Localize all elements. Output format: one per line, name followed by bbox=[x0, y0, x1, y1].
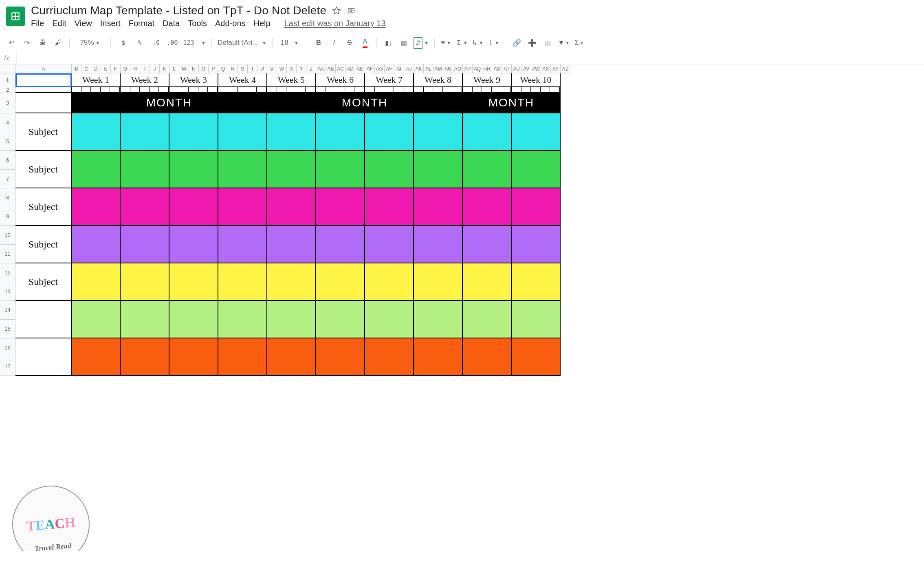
fill-color-button[interactable]: ◧ bbox=[383, 37, 394, 49]
col-header[interactable]: B bbox=[72, 64, 81, 73]
comment-button[interactable]: ➕ bbox=[526, 37, 538, 49]
col-header[interactable]: F bbox=[111, 64, 121, 73]
font-select[interactable]: Default (Ari...▼ bbox=[218, 37, 266, 49]
subject-cell[interactable] bbox=[463, 226, 512, 263]
menu-add-ons[interactable]: Add-ons bbox=[215, 19, 246, 28]
doc-title[interactable]: Curriuclum Map Template - Listed on TpT … bbox=[31, 4, 326, 17]
week-header[interactable]: Week 7 bbox=[365, 73, 414, 87]
subject-cell[interactable] bbox=[414, 263, 463, 301]
col-header[interactable]: G bbox=[121, 64, 130, 73]
col-header[interactable]: AA bbox=[316, 64, 326, 73]
col-header[interactable]: P bbox=[209, 64, 218, 73]
menu-help[interactable]: Help bbox=[254, 19, 271, 28]
subject-label-cell[interactable] bbox=[15, 301, 72, 338]
row-header[interactable]: 3 bbox=[0, 93, 15, 113]
chart-button[interactable]: ▥ bbox=[542, 37, 553, 49]
numfmt-123[interactable]: 123 bbox=[182, 37, 196, 49]
subject-cell[interactable] bbox=[72, 151, 121, 188]
col-header[interactable]: AV bbox=[521, 64, 531, 73]
subject-cell[interactable] bbox=[121, 301, 169, 338]
menu-edit[interactable]: Edit bbox=[52, 19, 66, 28]
numfmt-00[interactable]: .00 bbox=[165, 37, 179, 49]
day-tick-group[interactable] bbox=[121, 87, 169, 93]
subject-cell[interactable] bbox=[365, 188, 414, 226]
row-header[interactable]: 13 bbox=[0, 282, 15, 301]
month-header[interactable]: MONTH bbox=[72, 93, 267, 113]
subject-cell[interactable] bbox=[414, 113, 463, 151]
subject-cell[interactable] bbox=[316, 113, 365, 151]
numfmt-[interactable]: $ bbox=[117, 37, 130, 49]
week-header[interactable]: Week 9 bbox=[463, 73, 512, 87]
borders-button[interactable]: ▦ bbox=[398, 37, 409, 49]
col-header[interactable]: AM bbox=[433, 64, 443, 73]
subject-cell[interactable] bbox=[316, 301, 365, 338]
subject-cell[interactable] bbox=[267, 301, 316, 338]
subject-cell[interactable] bbox=[316, 151, 365, 188]
numfmt-[interactable]: % bbox=[133, 37, 147, 49]
row-header[interactable]: 1 bbox=[0, 73, 15, 87]
subject-cell[interactable] bbox=[218, 188, 267, 226]
subject-cell[interactable] bbox=[72, 338, 121, 376]
subject-cell[interactable] bbox=[316, 226, 365, 263]
subject-cell[interactable] bbox=[512, 338, 561, 376]
formula-input[interactable] bbox=[16, 52, 924, 64]
col-header[interactable]: AF bbox=[365, 64, 375, 73]
col-header[interactable]: V bbox=[267, 64, 277, 73]
subject-cell[interactable] bbox=[365, 338, 414, 376]
rotate-button[interactable]: ⤹▼ bbox=[488, 37, 499, 49]
star-icon[interactable] bbox=[332, 6, 341, 15]
menu-view[interactable]: View bbox=[75, 19, 92, 28]
subject-cell[interactable] bbox=[463, 263, 512, 301]
subject-cell[interactable] bbox=[267, 188, 316, 226]
v-align-button[interactable]: ↧▼ bbox=[456, 37, 468, 49]
row-header[interactable]: 5 bbox=[0, 132, 15, 151]
month-header[interactable]: MONTH bbox=[463, 93, 561, 113]
col-header[interactable]: AU bbox=[512, 64, 521, 73]
subject-cell[interactable] bbox=[72, 226, 121, 263]
zoom-select[interactable]: 75%▼ bbox=[75, 37, 105, 49]
filter-button[interactable]: ▼▾ bbox=[557, 37, 569, 49]
merge-button[interactable]: ⇵▼ bbox=[414, 37, 429, 49]
paint-format-button[interactable]: 🖌 bbox=[52, 37, 64, 49]
col-header[interactable]: W bbox=[277, 64, 287, 73]
print-button[interactable]: 🖶 bbox=[37, 37, 48, 49]
subject-cell[interactable] bbox=[121, 263, 169, 301]
col-header[interactable]: AZ bbox=[561, 64, 570, 73]
subject-cell[interactable] bbox=[218, 226, 267, 263]
row-header[interactable]: 9 bbox=[0, 207, 15, 226]
subject-label-cell[interactable]: Subject bbox=[15, 263, 72, 301]
subject-cell[interactable] bbox=[365, 301, 414, 338]
subject-cell[interactable] bbox=[218, 338, 267, 376]
subject-cell[interactable] bbox=[169, 226, 218, 263]
subject-cell[interactable] bbox=[169, 338, 218, 376]
subject-label-cell[interactable]: Subject bbox=[15, 188, 72, 226]
subject-cell[interactable] bbox=[72, 113, 121, 151]
menu-file[interactable]: File bbox=[31, 19, 44, 28]
col-header[interactable]: AH bbox=[385, 64, 394, 73]
col-header[interactable]: AR bbox=[482, 64, 492, 73]
redo-button[interactable]: ↷ bbox=[21, 37, 33, 49]
col-header[interactable]: AY bbox=[551, 64, 561, 73]
col-header[interactable]: N bbox=[189, 64, 199, 73]
day-tick-group[interactable] bbox=[218, 87, 267, 93]
subject-cell[interactable] bbox=[463, 151, 512, 188]
row-header[interactable]: 7 bbox=[0, 170, 15, 188]
subject-cell[interactable] bbox=[121, 151, 169, 188]
week-header[interactable]: Week 4 bbox=[218, 73, 267, 87]
cell-A1[interactable] bbox=[15, 73, 72, 87]
subject-cell[interactable] bbox=[365, 226, 414, 263]
day-tick-group[interactable] bbox=[365, 87, 414, 93]
subject-cell[interactable] bbox=[414, 301, 463, 338]
move-to-folder-icon[interactable] bbox=[347, 6, 356, 15]
subject-label-cell[interactable]: Subject bbox=[15, 226, 72, 263]
col-header[interactable]: I bbox=[140, 64, 150, 73]
subject-cell[interactable] bbox=[414, 151, 463, 188]
subject-cell[interactable] bbox=[512, 226, 561, 263]
menu-data[interactable]: Data bbox=[163, 19, 180, 28]
subject-cell[interactable] bbox=[121, 188, 169, 226]
subject-cell[interactable] bbox=[463, 301, 512, 338]
subject-cell[interactable] bbox=[121, 226, 169, 263]
col-header[interactable]: AD bbox=[345, 64, 355, 73]
day-tick-group[interactable] bbox=[169, 87, 218, 93]
subject-cell[interactable] bbox=[267, 263, 316, 301]
